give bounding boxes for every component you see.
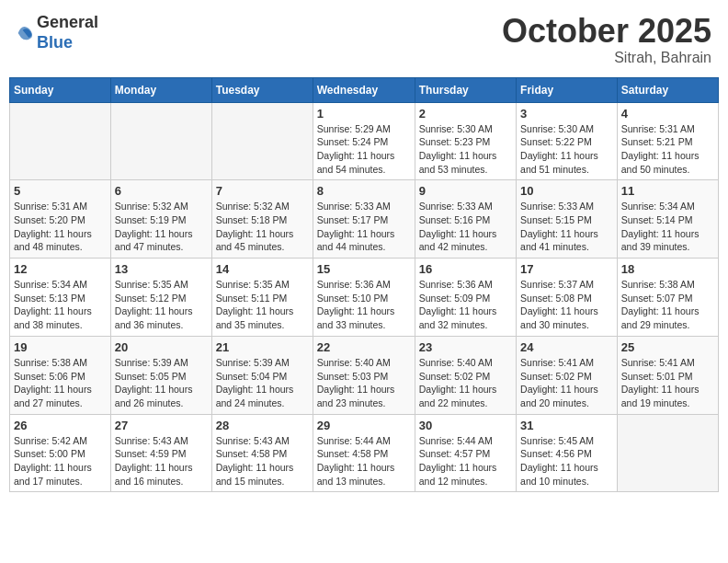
day-info: Sunrise: 5:40 AMSunset: 5:02 PMDaylight:… bbox=[419, 356, 512, 410]
weekday-header-row: SundayMondayTuesdayWednesdayThursdayFrid… bbox=[10, 77, 719, 102]
day-info: Sunrise: 5:44 AMSunset: 4:58 PMDaylight:… bbox=[317, 434, 411, 488]
page-header: General Blue October 2025 Sitrah, Bahrai… bbox=[9, 9, 719, 70]
calendar-cell: 12Sunrise: 5:34 AMSunset: 5:13 PMDayligh… bbox=[10, 259, 111, 337]
day-number: 4 bbox=[621, 107, 714, 121]
calendar-cell: 9Sunrise: 5:33 AMSunset: 5:16 PMDaylight… bbox=[415, 180, 516, 259]
day-info: Sunrise: 5:31 AMSunset: 5:21 PMDaylight:… bbox=[621, 122, 714, 177]
day-number: 1 bbox=[317, 107, 411, 121]
day-info: Sunrise: 5:41 AMSunset: 5:02 PMDaylight:… bbox=[520, 356, 613, 410]
day-number: 10 bbox=[520, 184, 613, 198]
day-info: Sunrise: 5:33 AMSunset: 5:17 PMDaylight:… bbox=[317, 200, 411, 254]
week-row-5: 26Sunrise: 5:42 AMSunset: 5:00 PMDayligh… bbox=[10, 414, 719, 492]
calendar-cell: 6Sunrise: 5:32 AMSunset: 5:19 PMDaylight… bbox=[110, 180, 211, 259]
day-number: 24 bbox=[520, 340, 613, 354]
day-number: 26 bbox=[14, 419, 107, 432]
day-number: 6 bbox=[115, 184, 208, 198]
day-info: Sunrise: 5:30 AMSunset: 5:22 PMDaylight:… bbox=[520, 122, 613, 177]
day-number: 2 bbox=[419, 107, 512, 121]
month-title: October 2025 bbox=[502, 13, 711, 50]
day-info: Sunrise: 5:34 AMSunset: 5:14 PMDaylight:… bbox=[621, 200, 714, 254]
calendar-cell: 21Sunrise: 5:39 AMSunset: 5:04 PMDayligh… bbox=[211, 336, 313, 414]
calendar-cell: 26Sunrise: 5:42 AMSunset: 5:00 PMDayligh… bbox=[10, 414, 111, 492]
calendar-cell: 24Sunrise: 5:41 AMSunset: 5:02 PMDayligh… bbox=[517, 336, 618, 414]
weekday-header-friday: Friday bbox=[517, 77, 618, 102]
day-number: 3 bbox=[520, 107, 613, 121]
day-info: Sunrise: 5:29 AMSunset: 5:24 PMDaylight:… bbox=[317, 122, 411, 177]
day-number: 11 bbox=[621, 184, 714, 198]
location-subtitle: Sitrah, Bahrain bbox=[502, 50, 711, 66]
weekday-header-wednesday: Wednesday bbox=[313, 77, 415, 102]
day-info: Sunrise: 5:34 AMSunset: 5:13 PMDaylight:… bbox=[14, 278, 107, 332]
calendar-cell bbox=[617, 414, 718, 492]
day-info: Sunrise: 5:35 AMSunset: 5:11 PMDaylight:… bbox=[216, 278, 309, 332]
day-info: Sunrise: 5:41 AMSunset: 5:01 PMDaylight:… bbox=[621, 356, 714, 410]
day-number: 12 bbox=[14, 262, 107, 276]
day-info: Sunrise: 5:40 AMSunset: 5:03 PMDaylight:… bbox=[317, 356, 411, 410]
day-info: Sunrise: 5:45 AMSunset: 4:56 PMDaylight:… bbox=[520, 434, 613, 488]
calendar-cell: 31Sunrise: 5:45 AMSunset: 4:56 PMDayligh… bbox=[517, 414, 618, 492]
calendar-cell: 25Sunrise: 5:41 AMSunset: 5:01 PMDayligh… bbox=[617, 336, 718, 414]
day-info: Sunrise: 5:32 AMSunset: 5:19 PMDaylight:… bbox=[115, 200, 208, 254]
day-info: Sunrise: 5:43 AMSunset: 4:59 PMDaylight:… bbox=[115, 434, 208, 488]
day-number: 14 bbox=[216, 262, 309, 276]
calendar-cell: 5Sunrise: 5:31 AMSunset: 5:20 PMDaylight… bbox=[10, 180, 111, 259]
day-info: Sunrise: 5:43 AMSunset: 4:58 PMDaylight:… bbox=[216, 434, 309, 488]
day-number: 31 bbox=[520, 419, 613, 432]
calendar-cell: 28Sunrise: 5:43 AMSunset: 4:58 PMDayligh… bbox=[211, 414, 313, 492]
calendar-cell: 7Sunrise: 5:32 AMSunset: 5:18 PMDaylight… bbox=[211, 180, 313, 259]
calendar-cell bbox=[110, 102, 211, 180]
day-info: Sunrise: 5:32 AMSunset: 5:18 PMDaylight:… bbox=[216, 200, 309, 254]
calendar-cell: 18Sunrise: 5:38 AMSunset: 5:07 PMDayligh… bbox=[617, 259, 718, 337]
calendar-cell: 1Sunrise: 5:29 AMSunset: 5:24 PMDaylight… bbox=[313, 102, 415, 180]
day-info: Sunrise: 5:38 AMSunset: 5:06 PMDaylight:… bbox=[14, 356, 107, 410]
calendar-cell: 19Sunrise: 5:38 AMSunset: 5:06 PMDayligh… bbox=[10, 336, 111, 414]
day-info: Sunrise: 5:31 AMSunset: 5:20 PMDaylight:… bbox=[14, 200, 107, 254]
day-number: 20 bbox=[115, 340, 208, 354]
weekday-header-saturday: Saturday bbox=[617, 77, 718, 102]
day-number: 19 bbox=[14, 340, 107, 354]
weekday-header-tuesday: Tuesday bbox=[211, 77, 313, 102]
week-row-2: 5Sunrise: 5:31 AMSunset: 5:20 PMDaylight… bbox=[10, 180, 719, 259]
calendar-cell: 29Sunrise: 5:44 AMSunset: 4:58 PMDayligh… bbox=[313, 414, 415, 492]
day-number: 21 bbox=[216, 340, 309, 354]
day-number: 22 bbox=[317, 340, 411, 354]
day-number: 30 bbox=[419, 419, 512, 432]
calendar-table: SundayMondayTuesdayWednesdayThursdayFrid… bbox=[9, 77, 719, 493]
weekday-header-sunday: Sunday bbox=[10, 77, 111, 102]
day-info: Sunrise: 5:36 AMSunset: 5:09 PMDaylight:… bbox=[419, 278, 512, 332]
logo-general-text: General bbox=[37, 13, 98, 31]
day-info: Sunrise: 5:39 AMSunset: 5:05 PMDaylight:… bbox=[115, 356, 208, 410]
day-info: Sunrise: 5:30 AMSunset: 5:23 PMDaylight:… bbox=[419, 122, 512, 177]
calendar-cell: 8Sunrise: 5:33 AMSunset: 5:17 PMDaylight… bbox=[313, 180, 415, 259]
day-number: 28 bbox=[216, 419, 309, 432]
day-info: Sunrise: 5:42 AMSunset: 5:00 PMDaylight:… bbox=[14, 434, 107, 488]
calendar-cell: 22Sunrise: 5:40 AMSunset: 5:03 PMDayligh… bbox=[313, 336, 415, 414]
calendar-cell bbox=[10, 102, 111, 180]
week-row-1: 1Sunrise: 5:29 AMSunset: 5:24 PMDaylight… bbox=[10, 102, 719, 180]
day-number: 16 bbox=[419, 262, 512, 276]
day-number: 5 bbox=[14, 184, 107, 198]
calendar-cell: 14Sunrise: 5:35 AMSunset: 5:11 PMDayligh… bbox=[211, 259, 313, 337]
logo-blue-text: Blue bbox=[37, 33, 73, 52]
logo-icon bbox=[17, 24, 35, 42]
day-info: Sunrise: 5:38 AMSunset: 5:07 PMDaylight:… bbox=[621, 278, 714, 332]
calendar-cell: 15Sunrise: 5:36 AMSunset: 5:10 PMDayligh… bbox=[313, 259, 415, 337]
calendar-cell: 23Sunrise: 5:40 AMSunset: 5:02 PMDayligh… bbox=[415, 336, 516, 414]
day-number: 7 bbox=[216, 184, 309, 198]
calendar-cell: 10Sunrise: 5:33 AMSunset: 5:15 PMDayligh… bbox=[517, 180, 618, 259]
logo: General Blue bbox=[17, 13, 98, 52]
day-info: Sunrise: 5:39 AMSunset: 5:04 PMDaylight:… bbox=[216, 356, 309, 410]
calendar-cell: 20Sunrise: 5:39 AMSunset: 5:05 PMDayligh… bbox=[110, 336, 211, 414]
day-number: 23 bbox=[419, 340, 512, 354]
day-number: 29 bbox=[317, 419, 411, 432]
calendar-cell: 3Sunrise: 5:30 AMSunset: 5:22 PMDaylight… bbox=[517, 102, 618, 180]
calendar-cell: 11Sunrise: 5:34 AMSunset: 5:14 PMDayligh… bbox=[617, 180, 718, 259]
weekday-header-thursday: Thursday bbox=[415, 77, 516, 102]
day-number: 25 bbox=[621, 340, 714, 354]
title-block: October 2025 Sitrah, Bahrain bbox=[502, 13, 711, 66]
day-number: 13 bbox=[115, 262, 208, 276]
day-info: Sunrise: 5:44 AMSunset: 4:57 PMDaylight:… bbox=[419, 434, 512, 488]
day-number: 9 bbox=[419, 184, 512, 198]
day-info: Sunrise: 5:33 AMSunset: 5:16 PMDaylight:… bbox=[419, 200, 512, 254]
day-number: 27 bbox=[115, 419, 208, 432]
